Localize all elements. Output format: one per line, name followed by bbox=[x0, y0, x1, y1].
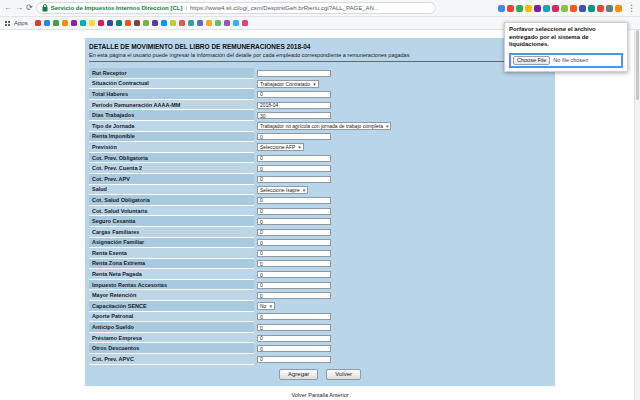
field-cell bbox=[254, 343, 551, 354]
scrollbar-thumb[interactable] bbox=[636, 30, 639, 100]
field-select[interactable]: Trabajador Contratado▾ bbox=[257, 80, 319, 88]
field-input[interactable] bbox=[257, 208, 331, 215]
choose-file-button[interactable]: Choose File bbox=[513, 56, 550, 65]
bookmark-icon[interactable] bbox=[206, 20, 212, 26]
forward-icon[interactable]: → bbox=[15, 4, 23, 12]
apps-label[interactable]: Apps bbox=[14, 20, 28, 26]
extension-icon[interactable] bbox=[507, 5, 514, 12]
bookmark-icon[interactable] bbox=[35, 20, 41, 26]
form-row: Anticipo Sueldo bbox=[89, 322, 551, 333]
field-input[interactable] bbox=[257, 260, 331, 267]
field-input[interactable] bbox=[257, 155, 331, 162]
extension-icon[interactable] bbox=[516, 5, 523, 12]
field-label: Total Haberes bbox=[89, 89, 254, 100]
bookmark-icon[interactable] bbox=[233, 20, 239, 26]
field-select[interactable]: Seleccione AFP▾ bbox=[257, 143, 304, 151]
bookmark-icon[interactable] bbox=[188, 20, 194, 26]
extension-icon[interactable] bbox=[543, 5, 550, 12]
field-input[interactable] bbox=[257, 91, 331, 98]
extension-icon[interactable] bbox=[561, 5, 568, 12]
bookmark-icon[interactable] bbox=[152, 20, 158, 26]
bookmark-icon[interactable] bbox=[107, 20, 113, 26]
field-input[interactable] bbox=[257, 282, 331, 289]
bookmark-icon[interactable] bbox=[71, 20, 77, 26]
field-input[interactable] bbox=[257, 250, 331, 257]
volver-pantalla-anterior-link[interactable]: Volver Pantalla Anterior bbox=[0, 392, 640, 398]
field-cell bbox=[254, 163, 551, 174]
extension-icon[interactable] bbox=[579, 5, 586, 12]
bookmark-icon[interactable] bbox=[62, 20, 68, 26]
extension-icon[interactable] bbox=[498, 5, 505, 12]
field-cell bbox=[254, 248, 551, 259]
field-input[interactable] bbox=[257, 313, 331, 320]
bookmark-icon[interactable] bbox=[134, 20, 140, 26]
field-input[interactable] bbox=[257, 133, 331, 140]
extension-icon[interactable] bbox=[525, 5, 532, 12]
extension-icon[interactable] bbox=[588, 5, 595, 12]
field-input[interactable] bbox=[257, 70, 331, 77]
bookmark-icon[interactable] bbox=[98, 20, 104, 26]
field-select[interactable]: Seleccione Isapre▾ bbox=[257, 186, 308, 194]
extension-icon[interactable] bbox=[615, 5, 622, 12]
bookmark-icon[interactable] bbox=[53, 20, 59, 26]
field-label: Renta Imponible bbox=[89, 132, 254, 143]
scrollbar[interactable] bbox=[634, 30, 640, 400]
field-input[interactable] bbox=[257, 229, 331, 236]
back-icon[interactable]: ← bbox=[4, 4, 12, 12]
field-input[interactable] bbox=[257, 112, 331, 119]
field-input[interactable] bbox=[257, 335, 331, 342]
form-row: Renta Neta Pagada bbox=[89, 269, 551, 280]
extension-icon[interactable] bbox=[534, 5, 541, 12]
agregar-button[interactable]: Agregar bbox=[279, 369, 318, 380]
field-input[interactable] bbox=[257, 292, 331, 299]
field-label: Renta Neta Pagada bbox=[89, 269, 254, 280]
volver-button[interactable]: Volver bbox=[326, 369, 361, 380]
extension-icon[interactable] bbox=[597, 5, 604, 12]
bookmark-icon[interactable] bbox=[44, 20, 50, 26]
bookmark-icon[interactable] bbox=[161, 20, 167, 26]
file-input-control[interactable]: Choose File No file chosen bbox=[509, 53, 623, 68]
address-bar[interactable]: Servicio de Impuestos Internos Direccion… bbox=[36, 2, 436, 14]
field-input[interactable] bbox=[257, 176, 331, 183]
apps-grid-icon[interactable] bbox=[5, 21, 7, 23]
bookmark-icon[interactable] bbox=[170, 20, 176, 26]
form-row: Cargas Familiares bbox=[89, 227, 551, 238]
extension-icon[interactable] bbox=[570, 5, 577, 12]
bookmark-icon[interactable] bbox=[215, 20, 221, 26]
extension-icon[interactable] bbox=[552, 5, 559, 12]
extension-icon[interactable] bbox=[606, 5, 613, 12]
bookmark-icon[interactable] bbox=[197, 20, 203, 26]
field-select[interactable]: No▾ bbox=[257, 302, 275, 310]
field-input[interactable] bbox=[257, 239, 331, 246]
field-input[interactable] bbox=[257, 197, 331, 204]
field-input[interactable] bbox=[257, 271, 331, 278]
form-row: Renta Zona Extrema bbox=[89, 259, 551, 270]
field-input[interactable] bbox=[257, 165, 331, 172]
bookmark-icon[interactable] bbox=[80, 20, 86, 26]
chevron-down-icon: ▾ bbox=[269, 303, 272, 309]
field-cell bbox=[254, 110, 551, 121]
bookmark-icon[interactable] bbox=[179, 20, 185, 26]
field-input[interactable] bbox=[257, 356, 331, 363]
field-label: Cot. Prev. Cuenta 2 bbox=[89, 163, 254, 174]
reload-icon[interactable]: ⟳ bbox=[26, 4, 33, 12]
browser-menu-icon[interactable]: ⋮ bbox=[627, 3, 636, 13]
field-input[interactable] bbox=[257, 102, 331, 109]
bookmark-icon[interactable] bbox=[143, 20, 149, 26]
field-select[interactable]: Trabajador no agrícola con jornada de tr… bbox=[257, 122, 391, 130]
field-cell: Seleccione AFP▾ bbox=[254, 142, 551, 153]
field-label: Previsión bbox=[89, 142, 254, 153]
select-value: Seleccione Isapre bbox=[260, 187, 300, 193]
form-row: Rut Receptor bbox=[89, 68, 551, 79]
bookmark-icon[interactable] bbox=[89, 20, 95, 26]
bookmark-icon[interactable] bbox=[242, 20, 248, 26]
bookmark-icon[interactable] bbox=[125, 20, 131, 26]
form-buttons: Agregar Volver bbox=[89, 369, 551, 380]
bookmark-icon[interactable] bbox=[224, 20, 230, 26]
form-row: Total Haberes bbox=[89, 89, 551, 100]
field-label: Situación Contractual bbox=[89, 79, 254, 90]
field-input[interactable] bbox=[257, 324, 331, 331]
field-input[interactable] bbox=[257, 345, 331, 352]
field-input[interactable] bbox=[257, 218, 331, 225]
bookmark-icon[interactable] bbox=[116, 20, 122, 26]
